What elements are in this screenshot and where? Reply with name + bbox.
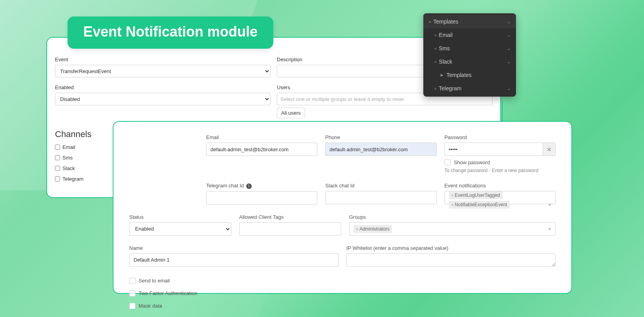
status-label: Status [129, 214, 231, 220]
mask-data-checkbox[interactable] [129, 303, 135, 309]
sidebar-item-templates[interactable]: ▶Templates [423, 68, 516, 82]
remove-icon[interactable]: × [451, 202, 454, 207]
two-factor-label: Two Factor Authentication [139, 290, 198, 296]
event-label: Event [55, 57, 271, 62]
page-title: Event Notification module [68, 16, 273, 49]
send-email-checkbox[interactable] [129, 278, 135, 284]
chevron-double-icon: » [434, 86, 436, 91]
allowed-tags-input[interactable] [239, 222, 341, 236]
channel-checkbox-telegram[interactable] [55, 176, 60, 181]
tag[interactable]: × NotifiableExceptionEvent [449, 201, 510, 209]
chevron-down-icon: ⌄ [507, 46, 510, 51]
ip-whitelist-label: IP Whitelist (enter a comma separated va… [346, 245, 556, 251]
chevron-double-icon: » [434, 46, 436, 51]
password-hint: To change password - Enter a new passwor… [445, 168, 556, 173]
name-label: Name [129, 245, 338, 251]
chevron-down-icon: ⌄ [507, 86, 510, 91]
name-input[interactable] [129, 253, 338, 267]
sidebar-item-label: Telegram [439, 85, 462, 92]
phone-label: Phone [325, 134, 436, 140]
channel-checkbox-email[interactable] [55, 145, 60, 150]
remove-icon[interactable]: × [451, 193, 454, 198]
templates-sidebar: »Templates⌄»Email⌄»Sms⌄»Slack⌄▶Templates… [423, 13, 516, 97]
triangle-icon: ▶ [441, 73, 443, 77]
show-password-label: Show password [454, 159, 490, 165]
sidebar-item-email[interactable]: »Email⌄ [423, 28, 516, 42]
channel-label: Sms [62, 155, 73, 161]
chevron-double-icon: » [429, 20, 430, 24]
channel-checkbox-sms[interactable] [55, 155, 60, 160]
show-password-checkbox[interactable] [445, 159, 451, 165]
chevron-down-icon: ⌄ [507, 33, 510, 38]
sidebar-item-sms[interactable]: »Sms⌄ [423, 42, 516, 55]
channel-label: Email [62, 144, 75, 150]
sidebar-item-label: Slack [439, 59, 452, 65]
all-users-button[interactable]: All users [277, 108, 305, 118]
password-label: Password [445, 134, 556, 140]
chevron-down-icon: ⌄ [507, 19, 510, 24]
tag[interactable]: × Administrators [353, 225, 392, 233]
phone-input[interactable] [325, 143, 436, 156]
slack-input[interactable] [325, 191, 436, 204]
telegram-input[interactable] [206, 191, 317, 205]
enabled-select[interactable]: Disabled [55, 93, 271, 105]
sidebar-item-label: Templates [446, 72, 472, 78]
info-icon[interactable]: i [246, 183, 252, 189]
sidebar-item-templates[interactable]: »Templates⌄ [423, 15, 516, 28]
event-select[interactable]: TransferRequestEvent [55, 65, 271, 77]
sidebar-item-slack[interactable]: »Slack⌄ [423, 55, 516, 68]
channel-label: Slack [62, 165, 75, 171]
sidebar-item-label: Email [439, 32, 453, 38]
two-factor-checkbox[interactable] [129, 290, 135, 297]
groups-input[interactable]: × Administrators× [349, 222, 556, 236]
channel-checkbox-slack[interactable] [55, 166, 60, 171]
sidebar-item-label: Templates [434, 18, 459, 25]
event-notifications-label: Event notifications [445, 183, 556, 189]
slack-label: Slack chat Id [325, 183, 436, 189]
user-details-panel: Email Phone Password ⤭ Show password To … [113, 121, 572, 294]
enabled-label: Enabled [55, 84, 271, 90]
sidebar-item-telegram[interactable]: »Telegram⌄ [423, 82, 516, 95]
send-email-label: Send to email [139, 278, 170, 284]
chevron-double-icon: » [434, 33, 436, 37]
event-notifications-input[interactable]: × EventLogUserTagged× NotifiableExceptio… [445, 191, 556, 204]
mask-data-label: Mask data [139, 303, 162, 309]
status-select[interactable]: Enabled [129, 222, 231, 236]
ip-whitelist-input[interactable] [346, 253, 556, 267]
shuffle-icon[interactable]: ⤭ [543, 143, 555, 156]
channel-label: Telegram [62, 176, 83, 182]
clear-icon[interactable]: × [548, 226, 551, 232]
chevron-down-icon: ⌄ [507, 59, 510, 64]
sidebar-item-label: Sms [439, 45, 450, 51]
allowed-tags-label: Allowed Client Tags [239, 214, 341, 220]
tag[interactable]: × EventLogUserTagged [449, 191, 503, 199]
email-input[interactable] [206, 143, 317, 156]
clear-icon[interactable]: × [548, 202, 551, 208]
connector-line [502, 101, 503, 122]
groups-label: Groups [349, 214, 556, 220]
telegram-label: Telegram chat Id i [206, 183, 317, 189]
password-input[interactable] [445, 143, 556, 156]
chevron-double-icon: » [434, 60, 436, 64]
remove-icon[interactable]: × [356, 227, 358, 231]
email-label: Email [206, 134, 317, 140]
